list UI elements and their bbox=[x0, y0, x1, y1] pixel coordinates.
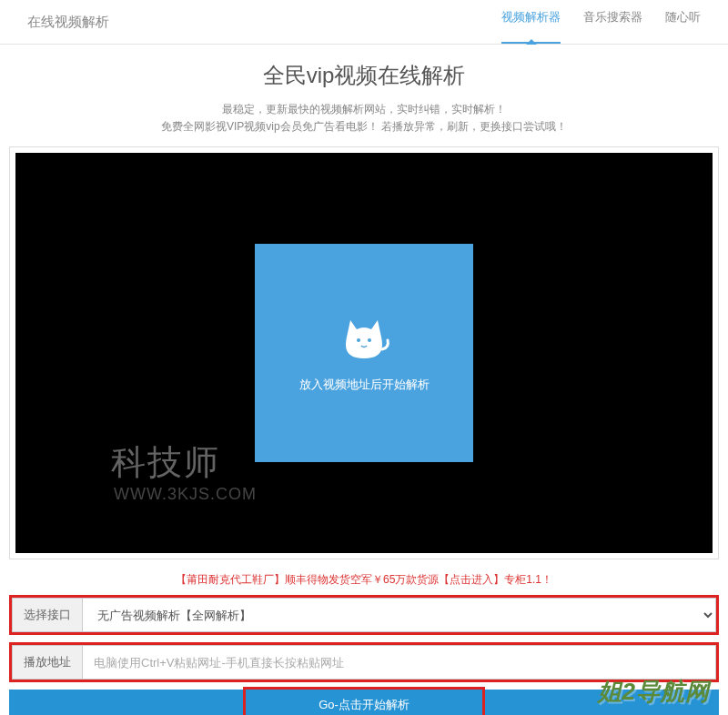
subtitle-line-1: 最稳定，更新最快的视频解析网站，实时纠错，实时解析！ bbox=[0, 101, 728, 118]
watermark-url: WWW.3KJS.COM bbox=[114, 485, 257, 504]
address-row: 播放地址 bbox=[9, 642, 719, 682]
address-label: 播放地址 bbox=[12, 645, 82, 680]
interface-select[interactable]: 无广告视频解析【全网解析】 bbox=[82, 598, 716, 632]
go-button[interactable]: Go-点击开始解析 bbox=[246, 690, 482, 715]
action-buttons: Go-点击开始解析 New-点击全屏解析 bbox=[9, 690, 719, 715]
watermark-brand: 科技师 bbox=[111, 439, 220, 486]
page-title: 全民vip视频在线解析 bbox=[0, 61, 728, 90]
brand-title: 在线视频解析 bbox=[27, 14, 109, 31]
center-button-group: Go-点击开始解析 New-点击全屏解析 bbox=[246, 690, 482, 715]
cat-icon bbox=[337, 313, 391, 363]
interface-label: 选择接口 bbox=[12, 598, 82, 632]
nav-link-parser[interactable]: 视频解析器 bbox=[501, 9, 561, 35]
player-placeholder: 放入视频地址后开始解析 bbox=[255, 244, 473, 462]
nav-link-listen[interactable]: 随心听 bbox=[665, 9, 701, 35]
player-hint: 放入视频地址后开始解析 bbox=[299, 377, 430, 393]
nav-link-music[interactable]: 音乐搜索器 bbox=[583, 9, 642, 35]
navbar: 在线视频解析 视频解析器 音乐搜索器 随心听 bbox=[0, 0, 728, 45]
go-button-left[interactable] bbox=[9, 690, 246, 715]
nav-links: 视频解析器 音乐搜索器 随心听 bbox=[501, 9, 701, 35]
video-player[interactable]: 放入视频地址后开始解析 科技师 WWW.3KJS.COM bbox=[15, 153, 713, 553]
interface-row: 选择接口 无广告视频解析【全网解析】 bbox=[9, 595, 719, 635]
svg-point-1 bbox=[368, 338, 371, 342]
subtitle: 最稳定，更新最快的视频解析网站，实时纠错，实时解析！ 免费全网影视VIP视频vi… bbox=[0, 101, 728, 136]
promo-text[interactable]: 【莆田耐克代工鞋厂】顺丰得物发货空军￥65万款货源【点击进入】专柜1.1！ bbox=[0, 572, 728, 588]
subtitle-line-2: 免费全网影视VIP视频vip会员免广告看电影！ 若播放异常，刷新，更换接口尝试哦… bbox=[0, 118, 728, 136]
address-input[interactable] bbox=[82, 645, 716, 680]
svg-point-0 bbox=[357, 338, 360, 342]
player-container: 放入视频地址后开始解析 科技师 WWW.3KJS.COM bbox=[9, 146, 719, 559]
go-button-right[interactable] bbox=[482, 690, 719, 715]
